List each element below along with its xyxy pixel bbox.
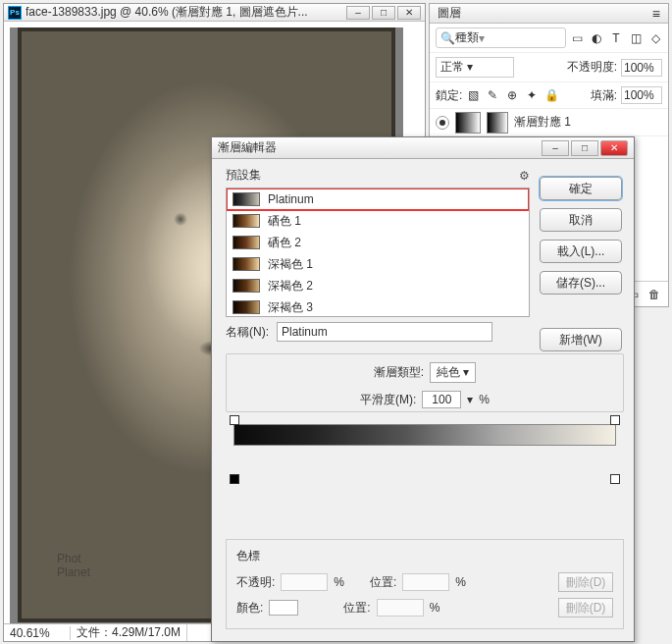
- color-stop-right[interactable]: [610, 474, 620, 484]
- lock-position-icon: ⊕: [505, 88, 519, 102]
- stops-title: 色標: [236, 548, 613, 564]
- presets-section: 預設集 ⚙ Platinum硒色 1硒色 2深褐色 1深褐色 2深褐色 3: [226, 167, 530, 317]
- stop-position-label: 位置:: [370, 574, 396, 591]
- lock-transparent-icon: ▧: [466, 88, 480, 102]
- stop-position2-label: 位置:: [343, 600, 370, 617]
- layer-filter-search[interactable]: 🔍 種類 ▾: [436, 27, 566, 48]
- gradient-type-group: 漸層類型: 純色 ▾ 平滑度(M): ▾ %: [226, 353, 624, 412]
- name-input[interactable]: [277, 322, 492, 342]
- layer-name[interactable]: 漸層對應 1: [514, 114, 571, 131]
- zoom-level[interactable]: 40.61%: [4, 626, 71, 640]
- lock-all-icon: 🔒: [544, 88, 558, 102]
- gradient-type-label: 漸層類型:: [374, 364, 424, 381]
- opacity-label: 不透明度:: [567, 59, 617, 76]
- panel-menu-icon[interactable]: ≡: [652, 6, 660, 22]
- close-button[interactable]: ✕: [397, 6, 421, 20]
- dialog-titlebar[interactable]: 漸層編輯器 – □ ✕: [212, 137, 634, 159]
- filter-type-icon: T: [609, 31, 623, 45]
- watermark: PhotPlanet: [57, 552, 90, 579]
- name-label: 名稱(N):: [226, 324, 269, 341]
- cancel-button[interactable]: 取消: [540, 208, 622, 232]
- trash-icon[interactable]: 🗑: [648, 288, 660, 301]
- preset-label: Platinum: [268, 192, 314, 206]
- stop-position2-field: [377, 599, 424, 617]
- dialog-title: 漸層編輯器: [218, 139, 540, 156]
- preset-item[interactable]: 硒色 1: [227, 210, 529, 232]
- file-info: 文件：4.29M/17.0M: [71, 624, 187, 641]
- gradient-type-select[interactable]: 純色 ▾: [430, 362, 476, 383]
- blend-mode-select[interactable]: 正常 ▾: [436, 57, 514, 78]
- preset-label: 深褐色 2: [268, 278, 313, 295]
- preset-swatch: [233, 279, 260, 293]
- maximize-button[interactable]: □: [372, 6, 395, 20]
- preset-label: 硒色 2: [268, 235, 301, 251]
- visibility-icon[interactable]: [436, 116, 449, 130]
- gradient-editor-dialog: 漸層編輯器 – □ ✕ 預設集 ⚙ Platinum硒色 1硒色 2深褐色 1深…: [211, 136, 635, 642]
- preset-swatch: [233, 236, 260, 249]
- opacity-input[interactable]: [621, 59, 662, 77]
- load-button[interactable]: 載入(L)...: [540, 240, 622, 263]
- preset-swatch: [233, 214, 260, 228]
- gradient-bar[interactable]: [233, 424, 616, 471]
- delete-opacity-stop-button: 刪除(D): [558, 572, 613, 592]
- preset-label: 硒色 1: [268, 213, 301, 230]
- preset-item[interactable]: 深褐色 3: [227, 296, 529, 317]
- preset-label: 深褐色 3: [268, 299, 313, 316]
- lock-artboard-icon: ✦: [525, 88, 539, 102]
- preset-item[interactable]: 硒色 2: [227, 232, 529, 253]
- preset-item[interactable]: 深褐色 1: [227, 253, 529, 275]
- stop-position-field: [402, 573, 449, 591]
- dialog-close-button[interactable]: ✕: [600, 140, 628, 156]
- dialog-maximize-button[interactable]: □: [571, 140, 598, 156]
- preset-swatch: [233, 257, 260, 271]
- lock-pixels-icon: ✎: [486, 88, 499, 102]
- stop-color-swatch: [269, 600, 298, 616]
- fill-input[interactable]: [621, 86, 662, 104]
- filter-shape-icon: ◫: [629, 31, 643, 45]
- filter-adjust-icon: ◐: [590, 31, 603, 45]
- delete-color-stop-button: 刪除(D): [558, 598, 613, 617]
- smoothness-input[interactable]: [422, 391, 461, 408]
- stop-opacity-label: 不透明:: [236, 574, 275, 591]
- gear-icon[interactable]: ⚙: [519, 169, 530, 183]
- document-title: face-1389833.jpg @ 40.6% (漸層對應 1, 圖層遮色片.…: [26, 4, 344, 21]
- stop-color-label: 顏色:: [236, 600, 263, 617]
- dialog-minimize-button[interactable]: –: [542, 140, 569, 156]
- opacity-stop-left[interactable]: [230, 415, 239, 425]
- lock-icons[interactable]: ▧ ✎ ⊕ ✦ 🔒: [466, 88, 558, 102]
- stop-opacity-field: [281, 573, 328, 591]
- layers-panel-title: 圖層: [438, 5, 461, 22]
- preset-label: 深褐色 1: [268, 256, 313, 273]
- ok-button[interactable]: 確定: [540, 177, 622, 200]
- app-icon: Ps: [8, 6, 22, 20]
- presets-label: 預設集: [226, 167, 261, 184]
- stops-group: 色標 不透明: % 位置: % 刪除(D) 顏色: 位置: % 刪除(D): [226, 539, 624, 629]
- smoothness-label: 平滑度(M):: [360, 392, 416, 408]
- preset-swatch: [233, 300, 260, 314]
- preset-item[interactable]: 深褐色 2: [227, 275, 529, 296]
- filter-smart-icon: ◇: [648, 31, 662, 45]
- mask-thumb: [487, 112, 508, 134]
- new-button[interactable]: 新增(W): [540, 328, 622, 351]
- dialog-buttons: 確定 取消 載入(L)... 儲存(S)... 新增(W): [540, 177, 622, 351]
- layers-panel-titlebar: 圖層 ≡: [430, 4, 668, 24]
- fill-label: 填滿:: [591, 87, 617, 104]
- gradient-track[interactable]: [233, 424, 616, 446]
- layer-filter-icons[interactable]: ▭ ◐ T ◫ ◇: [570, 31, 662, 45]
- preset-swatch: [233, 192, 260, 206]
- minimize-button[interactable]: –: [346, 6, 370, 20]
- document-titlebar: Ps face-1389833.jpg @ 40.6% (漸層對應 1, 圖層遮…: [4, 4, 425, 22]
- adjustment-thumb: [455, 112, 481, 134]
- lock-label: 鎖定:: [436, 87, 462, 104]
- layer-row[interactable]: 漸層對應 1: [430, 109, 668, 136]
- opacity-stop-right[interactable]: [610, 415, 620, 425]
- save-button[interactable]: 儲存(S)...: [540, 271, 622, 295]
- preset-list[interactable]: Platinum硒色 1硒色 2深褐色 1深褐色 2深褐色 3: [226, 188, 530, 317]
- preset-item[interactable]: Platinum: [227, 188, 529, 210]
- color-stop-left[interactable]: [230, 474, 239, 484]
- filter-pixel-icon: ▭: [570, 31, 584, 45]
- smoothness-unit: %: [479, 393, 490, 406]
